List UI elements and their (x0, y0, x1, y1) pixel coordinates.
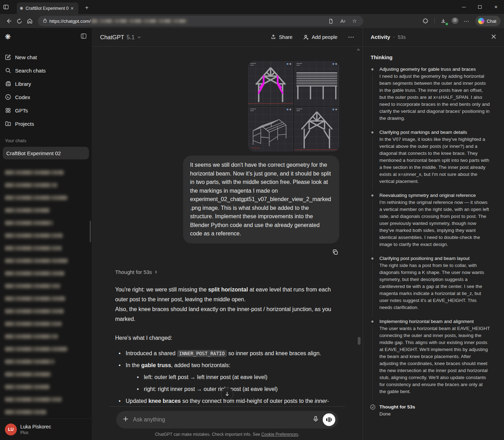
activity-close-icon[interactable] (491, 34, 496, 41)
sidebar-chat-item-redacted[interactable] (5, 208, 50, 213)
copy-message-icon[interactable] (332, 249, 338, 257)
viewport-text-overlay (296, 109, 302, 111)
sidebar-chat-item-redacted[interactable] (5, 183, 57, 187)
window-minimize-button[interactable] (456, 0, 472, 14)
sub-bullet-item: right: right inner post → outer right po… (136, 384, 339, 394)
sidebar-chat-item-redacted[interactable] (5, 284, 60, 288)
openai-logo-icon[interactable]: ❋ (5, 33, 11, 41)
share-icon (271, 34, 276, 40)
sidebar-chat-item-redacted[interactable] (5, 309, 64, 314)
sidebar-chat-item-redacted[interactable] (5, 233, 63, 238)
sidebar-chat-item-redacted[interactable] (5, 170, 64, 175)
sidebar-chat-item-redacted[interactable] (5, 259, 68, 263)
sidebar-item-label: New chat (15, 54, 37, 60)
blender-front-view-image[interactable] (294, 107, 340, 151)
viewport-text-overlay (250, 109, 256, 111)
sidebar-item-search-chats[interactable]: Search chats (0, 64, 92, 77)
sidebar-chat-item-redacted[interactable] (5, 410, 46, 414)
sidebar-item-library[interactable]: Library (0, 77, 92, 90)
conversation-menu-icon[interactable]: ⋯ (348, 33, 354, 41)
sidebar-item-gpts[interactable]: GPTs (0, 104, 92, 117)
sidebar-item-label: Library (15, 81, 31, 87)
sidebar-chat-item-active[interactable]: CraftBot Experiment 02 (3, 147, 89, 159)
activity-body: Thinking Adjusting geometry for gable tr… (363, 47, 504, 418)
sidebar-chat-item-redacted[interactable] (5, 296, 65, 301)
activity-header: Activity · 53s (363, 28, 504, 47)
chatgpt-favicon-icon: ❋ (20, 6, 23, 11)
chat-main: ChatGPT 5.1 Share Add people ⋯ (92, 28, 363, 440)
sidebar-chat-item-redacted[interactable] (5, 397, 62, 402)
new-tab-button[interactable]: + (82, 3, 92, 13)
arrow-down-icon (224, 391, 230, 397)
sidebar-collapse-icon[interactable] (80, 33, 87, 41)
composer-divider (109, 406, 345, 407)
favorite-star-icon[interactable]: ☆ (349, 16, 360, 26)
message-thread: It seems we still don't have the correct… (115, 47, 339, 440)
voice-mode-button[interactable] (323, 413, 335, 426)
activity-panel: Activity · 53s Thinking Adjusting geomet… (363, 28, 504, 440)
account-row[interactable]: LU Luka Piskorec Plus (0, 418, 92, 440)
cookie-preferences-link[interactable]: Cookie Preferences (261, 432, 298, 437)
add-people-button[interactable]: Add people (303, 34, 337, 40)
sub-bullet-item: left: outer left post → left inner post … (136, 372, 339, 382)
window-maximize-button[interactable] (472, 0, 488, 14)
chat-header: ChatGPT 5.1 Share Add people ⋯ (92, 28, 363, 47)
blender-isometric-view-image[interactable] (248, 107, 293, 151)
sidebar-chat-item-redacted[interactable] (5, 359, 55, 364)
sidebar-chat-item-redacted[interactable] (5, 322, 62, 326)
url-redacted-path (91, 19, 188, 23)
blender-side-view-image[interactable] (294, 61, 340, 106)
assistant-message: Thought for 53s You're right: we were st… (115, 267, 339, 428)
back-icon[interactable] (4, 16, 14, 26)
assistant-bullet-list: Introduced a shared INNER_POST_RATIO so … (118, 349, 339, 416)
thinking-step: Implementing horizontal beam and alignme… (371, 318, 490, 395)
composer-input-bar[interactable] (116, 411, 338, 428)
read-aloud-icon[interactable] (337, 16, 348, 26)
page-document-icon[interactable] (326, 16, 336, 26)
share-button[interactable]: Share (271, 34, 293, 40)
scroll-to-bottom-button[interactable] (221, 387, 233, 400)
scrollbar-up-arrow[interactable] (357, 48, 360, 50)
sidebar-chat-item-redacted[interactable] (5, 271, 64, 276)
window-close-button[interactable]: ✕ (488, 0, 504, 14)
browser-profile-avatar[interactable] (451, 17, 459, 25)
sidebar-chat-item-redacted[interactable] (5, 221, 53, 225)
browser-menu-icon[interactable]: ⋯ (461, 16, 472, 26)
tab-actions-icon[interactable] (0, 0, 12, 14)
add-person-icon (303, 34, 309, 40)
attach-plus-icon[interactable] (122, 416, 129, 424)
downloads-icon[interactable] (438, 16, 449, 26)
tab-title: CraftBot Experiment 02 (26, 6, 69, 11)
sidebar-item-new-chat[interactable]: New chat (0, 50, 92, 64)
thought-summary-row[interactable]: Thought for 53s Done (371, 404, 490, 418)
thinking-step: Clarifying post markings and beam detail… (371, 129, 490, 185)
copilot-chat-button[interactable]: Chat (475, 16, 500, 26)
sidebar-item-codex[interactable]: Codex (0, 90, 92, 104)
message-input[interactable] (133, 417, 313, 423)
browser-tab-bar: ❋ CraftBot Experiment 02 ✕ + ✕ (0, 0, 504, 14)
sidebar-chat-item-redacted[interactable] (5, 347, 67, 351)
tab-close-icon[interactable]: ✕ (69, 5, 76, 12)
model-picker[interactable]: ChatGPT 5.1 (100, 34, 141, 41)
microphone-icon[interactable] (313, 416, 318, 424)
scrollbar-thumb[interactable] (358, 337, 360, 345)
sidebar-chat-item-redacted[interactable] (5, 246, 62, 250)
sidebar-chat-item-redacted[interactable] (5, 372, 51, 377)
sidebar-scrollbar-thumb[interactable] (90, 221, 91, 242)
browser-tab[interactable]: ❋ CraftBot Experiment 02 ✕ (17, 2, 78, 14)
sidebar-item-label: Search chats (15, 68, 46, 74)
viewport-gizmo-icons (287, 63, 291, 65)
sidebar-item-label: Projects (15, 121, 34, 127)
sidebar-item-projects[interactable]: Projects (0, 117, 92, 130)
refresh-icon[interactable] (14, 16, 24, 26)
sidebar-chat-item-redacted[interactable] (5, 195, 67, 200)
address-bar[interactable]: https://chatgpt.com/ ☆ (38, 16, 363, 26)
extensions-icon[interactable] (420, 16, 431, 26)
sidebar-chat-item-redacted[interactable] (5, 334, 58, 339)
check-circle-icon (370, 404, 376, 410)
home-icon[interactable] (24, 16, 35, 26)
thought-duration-toggle[interactable]: Thought for 53s (115, 267, 339, 277)
sidebar-chat-item-redacted[interactable] (5, 385, 50, 389)
user-name: Luka Piskorec (20, 424, 51, 429)
blender-front-view-marked-image[interactable] (248, 61, 293, 106)
